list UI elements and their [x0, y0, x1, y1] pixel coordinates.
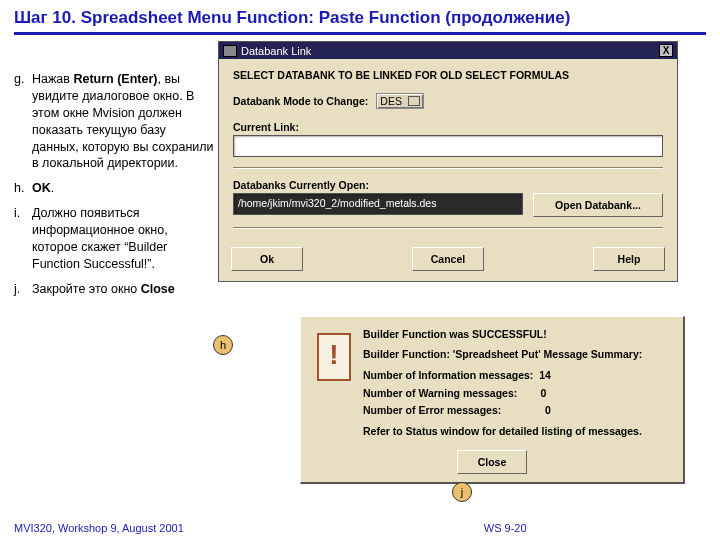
err-row: Number of Error messages: 0: [363, 403, 671, 418]
summary-line: Builder Function: 'Spreadsheet Put' Mess…: [363, 347, 671, 362]
dropdown-icon: [408, 96, 420, 106]
open-databank-button[interactable]: Open Databank...: [533, 193, 663, 217]
close-button[interactable]: Close: [457, 450, 527, 474]
footer: MVI320, Workshop 9, August 2001 WS 9-20: [14, 522, 706, 534]
instruction-item: j.Закройте это окно Close: [14, 281, 214, 298]
close-icon[interactable]: X: [659, 44, 673, 57]
footer-left: MVI320, Workshop 9, August 2001: [14, 522, 184, 534]
ok-button[interactable]: Ok: [231, 247, 303, 271]
dialog-titlebar: Databank Link X: [219, 42, 677, 59]
cancel-button[interactable]: Cancel: [412, 247, 484, 271]
current-link-field[interactable]: [233, 135, 663, 157]
instructions-list: g.Нажав Return (Enter), вы увидите диало…: [14, 41, 214, 306]
current-link-label: Current Link:: [233, 121, 663, 133]
warning-icon: !: [317, 333, 351, 381]
instruction-item: h.OK.: [14, 180, 214, 197]
open-databank-field[interactable]: /home/jkim/mvi320_2/modified_metals.des: [233, 193, 523, 215]
title-rule: [14, 32, 706, 35]
databank-link-dialog: Databank Link X SELECT DATABANK TO BE LI…: [218, 41, 678, 282]
slide-title: Шаг 10. Spreadsheet Menu Function: Paste…: [0, 0, 720, 30]
currently-open-label: Databanks Currently Open:: [233, 179, 663, 191]
mode-select[interactable]: DES: [376, 93, 424, 109]
callout-h: h: [213, 335, 233, 355]
dialog-header: SELECT DATABANK TO BE LINKED FOR OLD SEL…: [233, 69, 663, 81]
dialog-title: Databank Link: [241, 45, 311, 57]
slide-number: WS 9-20: [484, 522, 527, 534]
system-menu-icon[interactable]: [223, 45, 237, 57]
content-row: g.Нажав Return (Enter), вы увидите диало…: [0, 41, 720, 306]
mode-label: Databank Mode to Change:: [233, 95, 368, 107]
build-success-dialog: ! Builder Function was SUCCESSFUL! Build…: [300, 316, 685, 484]
instruction-item: g.Нажав Return (Enter), вы увидите диало…: [14, 71, 214, 172]
help-button[interactable]: Help: [593, 247, 665, 271]
warn-row: Number of Warning messages: 0: [363, 386, 671, 401]
instruction-item: i.Должно появиться информационное окно, …: [14, 205, 214, 273]
callout-j: j: [452, 482, 472, 502]
mode-value: DES: [380, 95, 402, 107]
success-line: Builder Function was SUCCESSFUL!: [363, 327, 671, 342]
divider: [233, 227, 663, 229]
refer-line: Refer to Status window for detailed list…: [363, 424, 671, 439]
divider: [233, 167, 663, 169]
info-row: Number of Information messages: 14: [363, 368, 671, 383]
